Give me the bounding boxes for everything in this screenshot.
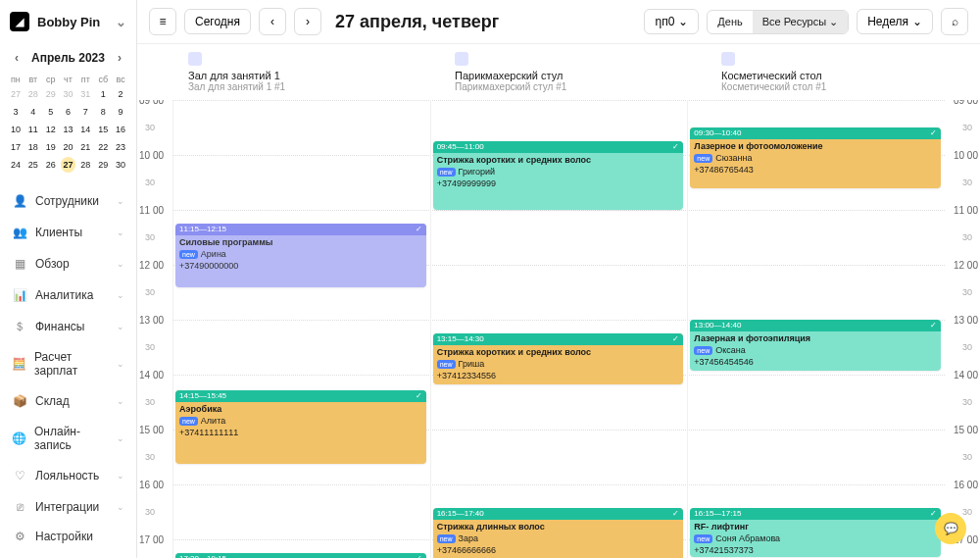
minical-day[interactable]: 29 [43,86,59,102]
event-phone: +37456454546 [694,357,937,369]
sidebar-item-heart[interactable]: ♡Лояльность⌄ [8,461,128,490]
minical-day[interactable]: 28 [25,86,41,102]
check-icon: ✓ [672,142,679,152]
minical-day[interactable]: 27 [8,86,24,102]
event-phone: +37412334556 [437,371,680,382]
menu-button[interactable]: ≡ [149,8,176,35]
new-badge: new [694,534,712,543]
minical-day[interactable]: 4 [25,104,41,120]
minical-day[interactable]: 29 [95,157,111,173]
brand[interactable]: ◢ Bobby Pin ⌄ [8,8,128,43]
minical-dow: сб [95,73,111,86]
event-time: 09:30—10:40 [694,128,741,138]
minical-day[interactable]: 9 [113,104,128,120]
minical-day[interactable]: 16 [113,122,128,137]
minical-day[interactable]: 1 [95,86,111,102]
minical-day[interactable]: 28 [77,157,93,173]
resource-icon [188,52,202,66]
minical-day[interactable]: 14 [77,122,93,137]
minical-day[interactable]: 10 [8,122,24,137]
nav-settings[interactable]: ⚙ Настройки [8,522,128,551]
calendar-event[interactable]: 09:30—10:40✓Лазерное и фотоомоложениеnew… [690,127,941,188]
schedule-column[interactable]: 09:45—11:00✓Стрижка коротких и средних в… [430,100,688,558]
minical-day[interactable]: 12 [43,122,59,137]
minical-prev[interactable]: ‹ [8,49,25,67]
today-button[interactable]: Сегодня [184,9,251,34]
sidebar-item-label: Расчет зарплат [34,350,109,378]
filter-dropdown[interactable]: ηп0 ⌄ [644,9,699,34]
brand-name: Bobby Pin [37,15,100,29]
minical-day[interactable]: 20 [61,139,76,155]
event-title: Стрижка коротких и средних волос [437,347,680,359]
minical-day[interactable]: 8 [95,104,111,120]
minical-day[interactable]: 22 [95,139,111,155]
minical-day[interactable]: 18 [25,139,41,155]
hour-label: 12 00 [954,260,978,271]
calendar-event[interactable]: 16:15—17:40✓Стрижка длинных волосnewЗара… [433,508,684,558]
check-icon: ✓ [416,391,422,401]
resource-header[interactable]: Косметический столКосметический стол #1 [713,52,980,92]
sidebar-item-chart[interactable]: 📊Аналитика⌄ [8,280,128,310]
event-phone: +37411111111 [179,428,422,439]
schedule-column[interactable]: 09:30—10:40✓Лазерное и фотоомоложениеnew… [687,100,945,558]
minical-day[interactable]: 2 [113,86,128,102]
minical-day[interactable]: 13 [61,122,76,137]
resource-header[interactable]: Парикмахерский стулПарикмахерский стул #… [447,52,713,92]
minical-day[interactable]: 21 [77,139,93,155]
minical-day[interactable]: 3 [8,104,24,120]
seg-all-resources[interactable]: Все Ресурсы ⌄ [753,11,848,33]
schedule-column[interactable]: 11:15—12:15✓Силовые программыnewАрина+37… [172,100,430,558]
prev-day-button[interactable]: ‹ [259,8,286,35]
intercom-launcher[interactable]: 💬 [935,513,966,544]
sidebar-item-calc[interactable]: 🧮Расчет зарплат⌄ [8,343,128,384]
sidebar-item-grid[interactable]: ▦Обзор⌄ [8,249,128,279]
resource-sub: Парикмахерский стул #1 [455,81,706,92]
calendar-event[interactable]: 13:00—14:40✓Лазерная и фотоэпиляцияnewОк… [690,320,941,371]
sidebar-item-people[interactable]: 👥Клиенты⌄ [8,218,128,247]
minical-day[interactable]: 24 [8,157,24,173]
calendar-event[interactable]: 13:15—14:30✓Стрижка коротких и средних в… [433,333,684,384]
minical-day[interactable]: 25 [25,157,41,173]
event-client: newАрина [179,249,422,261]
calendar-event[interactable]: 09:45—11:00✓Стрижка коротких и средних в… [433,141,684,210]
seg-day[interactable]: День [708,11,752,33]
hour-label: 11 00 [139,205,164,216]
minical-day[interactable]: 5 [43,104,59,120]
calendar-event[interactable]: 14:15—15:45✓АэробикаnewАлита+37411111111 [175,390,426,464]
minical-day[interactable]: 30 [61,86,76,102]
search-button[interactable]: ⌕ [941,8,968,35]
minical-day[interactable]: 19 [43,139,59,155]
minical-day[interactable]: 26 [43,157,59,173]
event-time: 16:15—17:40 [437,509,484,519]
hour-label: 16 00 [139,480,164,490]
sidebar-item-users[interactable]: 👤Сотрудники⌄ [8,186,128,216]
sidebar-item-box[interactable]: 📦Склад⌄ [8,386,128,416]
sidebar-item-money[interactable]: ＄Финансы⌄ [8,312,128,341]
minical-day[interactable]: 30 [113,157,128,173]
minical-day[interactable]: 23 [113,139,128,155]
event-phone: +37499999999 [437,178,680,190]
calendar-event[interactable]: 17:30—19:15✓Оздоровительный фитнесnewГал… [175,553,426,558]
sidebar-item-plug[interactable]: ⎚Интеграции⌄ [8,492,128,522]
minical-dow: пт [77,73,93,86]
resource-title: Косметический стол [721,70,972,81]
minical-day[interactable]: 31 [77,86,93,102]
chevron-down-icon: ⌄ [678,15,688,28]
minical-day[interactable]: 17 [8,139,24,155]
hour-label: 17 00 [139,534,164,545]
hour-label: 10 00 [954,150,978,161]
minical-day[interactable]: 27 [61,157,76,173]
sidebar-item-globe[interactable]: 🌐Онлайн-запись⌄ [8,418,128,459]
minical-month: Апрель 2023 [31,51,105,65]
sidebar-item-label: Финансы [35,320,84,333]
resource-header[interactable]: Зал для занятий 1Зал для занятий 1 #1 [180,52,447,92]
week-dropdown[interactable]: Неделя ⌄ [857,9,933,34]
minical-day[interactable]: 11 [25,122,41,137]
minical-day[interactable]: 6 [61,104,76,120]
minical-day[interactable]: 15 [95,122,111,137]
minical-next[interactable]: › [111,49,128,67]
next-day-button[interactable]: › [294,8,321,35]
calendar-event[interactable]: 16:15—17:15✓RF- лифтингnewСоня Абрамова+… [690,508,941,557]
calendar-event[interactable]: 11:15—12:15✓Силовые программыnewАрина+37… [175,224,426,287]
minical-day[interactable]: 7 [77,104,93,120]
